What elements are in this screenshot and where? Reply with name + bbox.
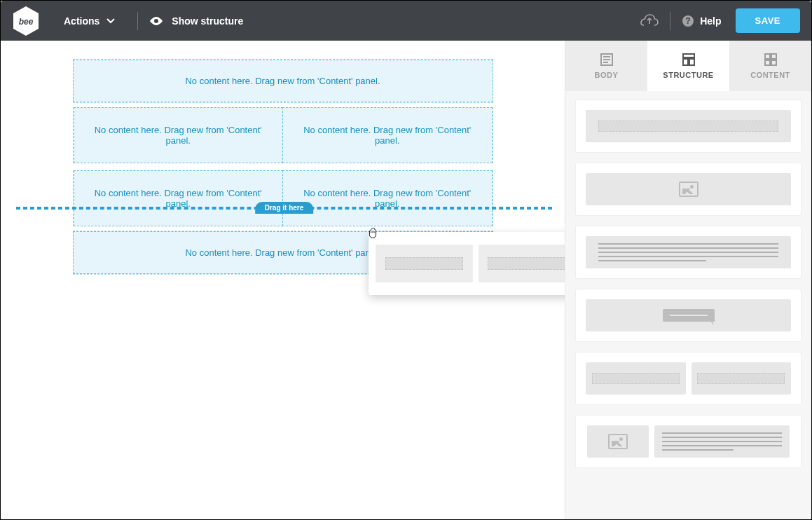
logo[interactable]: bee [12,6,40,36]
button-icon [663,309,715,322]
image-icon [679,182,699,197]
structure-item-img-text[interactable] [575,415,801,468]
svg-rect-7 [603,59,610,60]
row-block[interactable]: No content here. Drag new from 'Content'… [73,107,493,163]
side-panel: BODY STRUCTURE CONTENT [565,41,811,519]
tab-content[interactable]: CONTENT [729,41,811,91]
structure-item-two-col[interactable] [575,352,801,405]
svg-rect-15 [771,60,776,65]
image-icon [608,434,628,449]
svg-rect-9 [683,54,694,57]
content-placeholder[interactable]: No content here. Drag new from 'Content'… [282,107,493,163]
show-structure-label: Show structure [172,15,243,27]
grabbing-cursor-icon [365,226,380,241]
structure-icon [682,53,696,67]
svg-rect-6 [603,56,610,57]
help-link[interactable]: ? Help [682,15,721,27]
tab-structure-label: STRUCTURE [663,71,713,79]
tab-content-label: CONTENT [750,71,790,79]
body-icon [600,53,614,67]
tab-body-label: BODY [595,71,619,79]
show-structure-toggle[interactable]: Show structure [149,15,243,27]
drag-col [376,245,473,282]
drag-col [479,245,565,282]
cloud-upload-icon[interactable] [640,14,659,28]
row-block[interactable]: No content here. Drag new from 'Content'… [73,170,493,226]
svg-rect-12 [765,54,770,59]
structure-item-text[interactable] [575,226,801,279]
content-placeholder[interactable]: No content here. Drag new from 'Content'… [282,170,493,226]
actions-menu[interactable]: Actions [47,15,126,27]
separator [137,12,138,30]
tab-structure[interactable]: STRUCTURE [647,41,729,91]
content-placeholder[interactable]: No content here. Drag new from 'Content'… [73,60,493,102]
content-icon [764,53,778,67]
save-button[interactable]: SAVE [736,8,800,33]
hex-logo-icon: bee [12,6,40,36]
content-placeholder[interactable]: No content here. Drag new from 'Content'… [74,170,284,226]
topbar: bee Actions Show structure ? Help SAVE [1,1,811,41]
actions-label: Actions [64,15,99,27]
structure-item-single[interactable] [575,100,801,153]
chevron-down-icon [106,18,115,24]
row-block[interactable]: No content here. Drag new from 'Content'… [73,59,493,103]
structure-item-button[interactable] [575,289,801,342]
eye-icon [149,16,163,26]
structure-list[interactable] [565,91,811,519]
text-lines-icon [662,432,781,451]
panel-tabs: BODY STRUCTURE CONTENT [565,41,811,91]
svg-rect-10 [683,59,688,65]
separator [670,12,670,30]
topbar-right: ? Help SAVE [640,8,800,33]
svg-rect-13 [771,54,776,59]
svg-text:bee: bee [19,17,34,27]
drop-hint-pill: Drag it here [255,202,314,214]
content-placeholder[interactable]: No content here. Drag new from 'Content'… [74,107,284,163]
svg-point-2 [154,19,158,23]
question-icon: ? [682,15,694,27]
dragging-preview [369,232,565,295]
drop-indicator: Drag it here [16,207,552,210]
tab-body[interactable]: BODY [565,41,647,91]
svg-rect-14 [765,60,770,65]
svg-rect-8 [603,62,608,63]
svg-text:?: ? [686,16,691,26]
workspace: No content here. Drag new from 'Content'… [1,41,811,519]
text-lines-icon [598,243,779,261]
canvas-area[interactable]: No content here. Drag new from 'Content'… [1,41,565,519]
svg-rect-11 [689,59,694,65]
structure-item-image[interactable] [575,163,801,216]
help-label: Help [700,15,721,27]
